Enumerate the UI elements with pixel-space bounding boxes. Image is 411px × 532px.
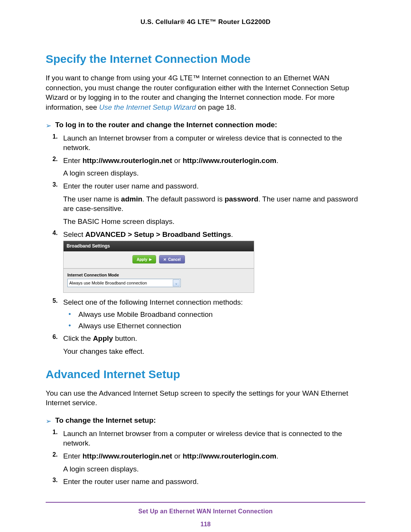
connection-methods-list: Always use Mobile Broadband connection A… [63, 310, 365, 331]
internet-connection-mode-select[interactable]: Always use Mobile Broadband connection ⌄ [67, 279, 181, 287]
step-a3: Enter the router user name and password. [63, 181, 365, 191]
step-a6: Click the Apply button. [63, 334, 365, 343]
step-a4: Select ADVANCED > Setup > Broadband Sett… [63, 230, 365, 240]
steps-list-b: Launch an Internet browser from a comput… [46, 429, 365, 487]
chevron-down-icon: ⌄ [173, 280, 180, 286]
panel-form: Internet Connection Mode Always use Mobi… [64, 269, 254, 292]
step-a2: Enter http://www.routerlogin.net or http… [63, 156, 365, 166]
step-a3-sub2: The BASIC Home screen displays. [63, 217, 365, 227]
cancel-button[interactable]: ✕ Cancel [159, 255, 185, 264]
step-a6-sub: Your changes take effect. [63, 347, 365, 356]
footer-title: Set Up an Ethernet WAN Internet Connecti… [46, 508, 365, 515]
step-a1: Launch an Internet browser from a comput… [63, 133, 365, 153]
footer-divider [46, 502, 365, 503]
page-number: 118 [46, 521, 365, 528]
document-page: U.S. Cellular® 4G LTE™ Router LG2200D Sp… [0, 0, 411, 532]
method-ethernet: Always use Ethernet connection [63, 321, 365, 331]
step-a2-sub: A login screen displays. [63, 168, 365, 178]
step-b2-sub: A login screen displays. [63, 464, 365, 474]
task-lead-b: ➢ To change the Internet setup: [46, 416, 365, 426]
step-b1: Launch an Internet browser from a comput… [63, 429, 365, 448]
select-value: Always use Mobile Broadband connection [69, 281, 147, 285]
step-a5: Select one of the following Internet con… [63, 297, 365, 307]
broadband-settings-panel: Broadband Settings Apply ▶ ✕ Cancel Inte… [63, 241, 254, 293]
intro-paragraph: If you want to change from using your 4G… [46, 73, 365, 112]
section-heading-advanced-setup: Advanced Internet Setup [46, 368, 365, 381]
close-icon: ✕ [163, 257, 166, 262]
intro-text-post: on page 18. [196, 103, 236, 111]
page-footer: Set Up an Ethernet WAN Internet Connecti… [46, 508, 365, 528]
section-heading-connection-mode: Specify the Internet Connection Mode [46, 53, 365, 66]
internet-connection-mode-label: Internet Connection Mode [67, 273, 250, 277]
task-arrow-icon: ➢ [46, 417, 51, 426]
step-a3-sub1: The user name is admin. The default pass… [63, 194, 365, 214]
apply-button-label: Apply [137, 257, 147, 262]
task-arrow-icon: ➢ [46, 121, 51, 130]
panel-button-row: Apply ▶ ✕ Cancel [64, 251, 254, 269]
apply-button[interactable]: Apply ▶ [132, 255, 156, 264]
task-lead-text: To log in to the router and change the I… [55, 121, 277, 129]
intro-paragraph-b: You can use the Advanced Internet Setup … [46, 388, 365, 408]
page-header: U.S. Cellular® 4G LTE™ Router LG2200D [46, 18, 365, 26]
cancel-button-label: Cancel [168, 257, 181, 262]
panel-titlebar: Broadband Settings [64, 241, 254, 251]
task-lead-text-b: To change the Internet setup: [55, 416, 156, 425]
use-internet-setup-wizard-link[interactable]: Use the Internet Setup Wizard [99, 103, 196, 111]
task-lead-a: ➢ To log in to the router and change the… [46, 121, 365, 130]
step-b2: Enter http://www.routerlogin.net or http… [63, 451, 365, 461]
method-mobile-broadband: Always use Mobile Broadband connection [63, 310, 365, 320]
step-b3: Enter the router user name and password. [63, 477, 365, 487]
play-icon: ▶ [149, 257, 152, 261]
steps-list-a: Launch an Internet browser from a comput… [46, 133, 365, 356]
